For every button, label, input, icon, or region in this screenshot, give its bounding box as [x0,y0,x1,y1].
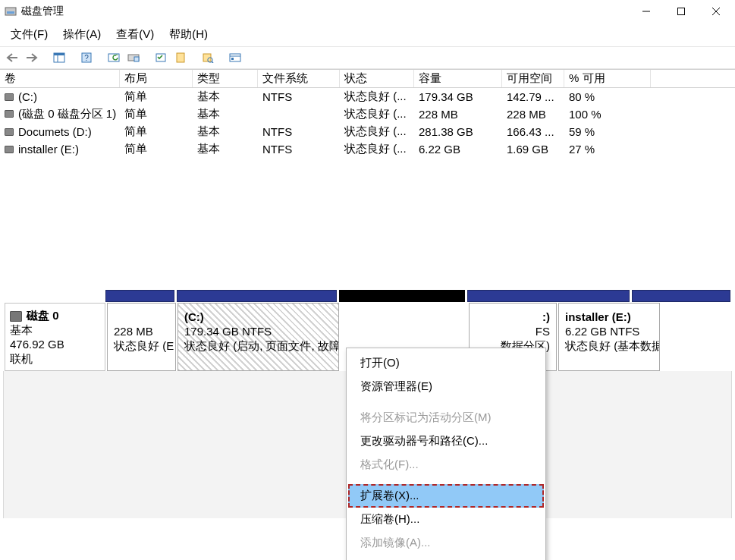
partition-size: FS [470,324,550,338]
settings-top-button[interactable] [152,49,170,67]
cell-name: installer (E:) [18,143,79,156]
col-type[interactable]: 类型 [193,70,258,87]
col-capacity[interactable]: 容量 [414,70,502,87]
partition-name: installer (E:) [565,310,653,324]
disk-info-panel[interactable]: 磁盘 0 基本 476.92 GB 联机 [5,303,105,371]
cell-layout: 简单 [120,90,193,104]
cell-type: 基本 [193,124,258,139]
cell-pctfree: 100 % [564,108,651,121]
cell-layout: 简单 [120,124,193,139]
partition-name: (C:) [184,310,332,324]
disk-state: 联机 [10,351,100,366]
minimize-button[interactable] [629,0,664,23]
disk-type: 基本 [10,322,100,337]
forward-button[interactable] [23,49,41,67]
col-volume[interactable]: 卷 [0,70,120,87]
table-row[interactable]: (磁盘 0 磁盘分区 1) 简单 基本 状态良好 (... 228 MB 228… [0,105,735,123]
cell-name: (C:) [18,90,37,103]
table-row[interactable]: (C:) 简单 基本 NTFS 状态良好 (... 179.34 GB 142.… [0,88,735,105]
partition-color-strip [5,290,730,302]
cell-type: 基本 [193,107,258,121]
partition-status: 状态良好 (基本数据 [565,338,653,353]
table-row[interactable]: installer (E:) 简单 基本 NTFS 状态良好 (... 6.22… [0,140,735,158]
refresh-button[interactable] [105,49,123,67]
svg-rect-15 [177,53,184,62]
cell-pctfree: 27 % [564,143,651,156]
cell-status: 状态良好 (... [340,142,414,156]
col-pctfree[interactable]: % 可用 [564,70,651,87]
partition-status: 状态良好 (启动, 页面文件, 故障 [184,338,332,353]
svg-rect-13 [134,57,139,61]
cell-type: 基本 [193,142,258,156]
volume-icon [5,146,14,153]
svg-rect-1 [7,11,14,14]
maximize-button[interactable] [664,0,699,23]
toolbar: ? [0,46,735,69]
partition-size: 6.22 GB NTFS [565,324,653,338]
rescan-disks-button[interactable] [124,49,143,67]
menu-view[interactable]: 查看(V) [108,26,162,43]
properties-button[interactable] [226,49,244,67]
partition-e[interactable]: installer (E:) 6.22 GB NTFS 状态良好 (基本数据 [558,303,660,371]
disk-name: 磁盘 0 [27,309,59,322]
cell-layout: 简单 [120,107,193,121]
cell-fs: NTFS [258,125,340,138]
close-button[interactable] [699,0,733,23]
volume-icon [5,128,14,136]
cell-status: 状态良好 (... [340,124,414,139]
menu-help[interactable]: 帮助(H) [162,26,215,43]
partition-status: 状态良好 (E [114,338,169,353]
svg-text:?: ? [84,54,89,62]
cell-type: 基本 [193,90,258,104]
cell-name: Documets (D:) [18,125,92,138]
svg-rect-21 [231,58,234,60]
show-hide-tree-button[interactable] [50,49,68,67]
cell-pctfree: 59 % [564,125,651,138]
cell-fs: NTFS [258,143,340,156]
cell-capacity: 6.22 GB [414,143,502,156]
ctx-shrink-volume[interactable]: 压缩卷(H)... [348,508,544,518]
settings-bottom-button[interactable] [171,49,190,67]
svg-line-18 [212,61,213,63]
cell-status: 状态良好 (... [340,107,414,121]
cell-pctfree: 80 % [564,90,651,103]
back-button[interactable] [3,49,21,67]
cell-capacity: 179.34 GB [414,90,502,103]
col-layout[interactable]: 布局 [120,70,193,87]
table-row[interactable]: Documets (D:) 简单 基本 NTFS 状态良好 (... 281.3… [0,123,735,140]
settings-view-button[interactable] [199,49,217,67]
cell-free: 166.43 ... [502,125,564,138]
cell-free: 142.79 ... [502,90,564,103]
col-fs[interactable]: 文件系统 [258,70,340,87]
cell-free: 228 MB [502,108,564,121]
ctx-extend-volume[interactable]: 扩展卷(X)... [348,484,544,508]
cell-name: (磁盘 0 磁盘分区 1) [18,107,116,120]
partition-efi[interactable]: 228 MB 状态良好 (E [107,303,176,371]
ctx-open[interactable]: 打开(O) [348,351,544,375]
ctx-mark-active: 将分区标记为活动分区(M) [348,406,544,429]
disk-icon [10,311,22,322]
ctx-explorer[interactable]: 资源管理器(E) [348,375,544,398]
cell-free: 1.69 GB [502,143,564,156]
svg-rect-7 [54,53,64,55]
menu-action[interactable]: 操作(A) [55,26,108,43]
col-free[interactable]: 可用空间 [502,70,564,87]
volume-icon [5,110,14,118]
svg-rect-3 [678,8,685,15]
disk-size: 476.92 GB [10,337,100,351]
ctx-change-drive-letter[interactable]: 更改驱动器号和路径(C)... [348,429,544,453]
cell-fs: NTFS [258,90,340,103]
cell-layout: 简单 [120,142,193,156]
partition-name: :) [470,310,550,324]
menu-bar: 文件(F) 操作(A) 查看(V) 帮助(H) [0,23,735,46]
cell-status: 状态良好 (... [340,90,414,104]
context-menu: 打开(O) 资源管理器(E) 将分区标记为活动分区(M) 更改驱动器号和路径(C… [346,348,546,518]
partition-size: 179.34 GB NTFS [184,324,332,338]
menu-file[interactable]: 文件(F) [3,26,55,43]
partition-c[interactable]: (C:) 179.34 GB NTFS 状态良好 (启动, 页面文件, 故障 [177,303,339,371]
ctx-format: 格式化(F)... [348,453,544,477]
volume-icon [5,93,14,101]
col-status[interactable]: 状态 [340,70,414,87]
volume-table: 卷 布局 类型 文件系统 状态 容量 可用空间 % 可用 (C:) 简单 基本 … [0,69,735,158]
help-button[interactable]: ? [77,49,96,67]
